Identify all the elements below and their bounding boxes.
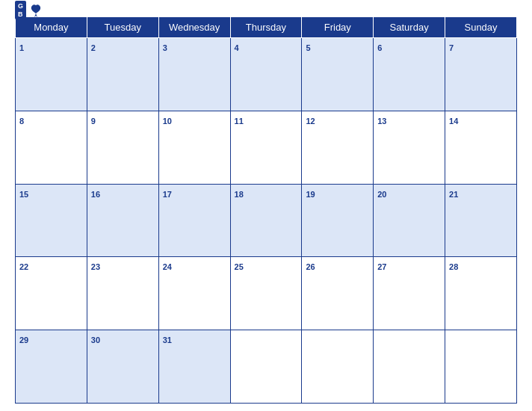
- calendar-cell: 18: [230, 184, 302, 257]
- calendar-cell: 15: [16, 184, 87, 257]
- calendar-cell: 14: [445, 111, 517, 184]
- day-number: 1: [19, 43, 24, 52]
- day-number: 16: [91, 190, 100, 199]
- calendar-cell: 22: [16, 257, 87, 330]
- calendar-cell: 8: [16, 111, 87, 184]
- day-number: 7: [449, 43, 454, 52]
- weekday-header-saturday: Saturday: [374, 17, 445, 38]
- calendar-week-row: 15161718192021: [16, 184, 517, 257]
- calendar-cell: 12: [302, 111, 374, 184]
- calendar-cell: 11: [230, 111, 302, 184]
- calendar-cell: 24: [158, 257, 230, 330]
- calendar-week-row: 293031: [16, 330, 517, 404]
- calendar-cell: 25: [230, 257, 302, 330]
- weekday-header-friday: Friday: [302, 17, 374, 38]
- calendar-cell: 30: [87, 330, 158, 404]
- calendar-header: GB: [15, 7, 517, 13]
- calendar-week-row: 891011121314: [16, 111, 517, 184]
- day-number: 25: [235, 262, 244, 271]
- calendar-cell: 19: [302, 184, 374, 257]
- day-number: 31: [163, 336, 172, 344]
- calendar-cell: 16: [87, 184, 158, 257]
- day-number: 18: [235, 190, 244, 199]
- calendar-table: MondayTuesdayWednesdayThursdayFridaySatu…: [15, 16, 517, 404]
- calendar-cell: 6: [374, 38, 445, 111]
- calendar-cell: [374, 330, 445, 404]
- weekday-header-tuesday: Tuesday: [87, 17, 158, 38]
- calendar-cell: 28: [445, 257, 517, 330]
- day-number: 26: [306, 262, 315, 271]
- day-number: 17: [163, 190, 172, 199]
- calendar-cell: 3: [158, 38, 230, 111]
- calendar-week-row: 1234567: [16, 38, 517, 111]
- day-number: 14: [449, 117, 458, 126]
- calendar-cell: 10: [158, 111, 230, 184]
- calendar-cell: [230, 330, 302, 404]
- day-number: 4: [235, 43, 239, 52]
- calendar-cell: 7: [445, 38, 517, 111]
- calendar-cell: [445, 330, 517, 404]
- logo-box: GB: [15, 1, 26, 20]
- weekday-header-sunday: Sunday: [445, 17, 517, 38]
- day-number: 13: [377, 117, 386, 126]
- calendar-cell: 1: [16, 38, 87, 111]
- day-number: 29: [19, 336, 28, 344]
- day-number: 23: [91, 262, 100, 271]
- weekday-header-thursday: Thursday: [230, 17, 302, 38]
- logo-bird-icon: [28, 2, 44, 19]
- day-number: 12: [306, 117, 315, 126]
- day-number: 28: [449, 262, 458, 271]
- day-number: 27: [377, 262, 386, 271]
- calendar-cell: 20: [374, 184, 445, 257]
- day-number: 21: [449, 190, 458, 199]
- calendar-cell: 9: [87, 111, 158, 184]
- day-number: 5: [306, 43, 310, 52]
- day-number: 10: [163, 117, 172, 126]
- calendar-cell: 31: [158, 330, 230, 404]
- logo: GB: [15, 1, 44, 21]
- day-number: 24: [163, 262, 172, 271]
- weekday-header-row: MondayTuesdayWednesdayThursdayFridaySatu…: [16, 17, 517, 38]
- calendar-cell: 5: [302, 38, 374, 111]
- calendar-cell: 4: [230, 38, 302, 111]
- day-number: 9: [91, 117, 96, 126]
- calendar-cell: 27: [374, 257, 445, 330]
- calendar-cell: 23: [87, 257, 158, 330]
- calendar-cell: 29: [16, 330, 87, 404]
- calendar-cell: 26: [302, 257, 374, 330]
- day-number: 15: [19, 190, 28, 199]
- calendar-week-row: 22232425262728: [16, 257, 517, 330]
- day-number: 19: [306, 190, 315, 199]
- calendar-cell: 17: [158, 184, 230, 257]
- day-number: 20: [377, 190, 386, 199]
- calendar-cell: 21: [445, 184, 517, 257]
- day-number: 3: [163, 43, 167, 52]
- day-number: 6: [377, 43, 382, 52]
- calendar-cell: 13: [374, 111, 445, 184]
- day-number: 8: [19, 117, 24, 126]
- day-number: 2: [91, 43, 96, 52]
- day-number: 22: [19, 262, 28, 271]
- calendar-cell: [302, 330, 374, 404]
- weekday-header-wednesday: Wednesday: [158, 17, 230, 38]
- day-number: 11: [235, 117, 244, 126]
- calendar-cell: 2: [87, 38, 158, 111]
- day-number: 30: [91, 336, 100, 344]
